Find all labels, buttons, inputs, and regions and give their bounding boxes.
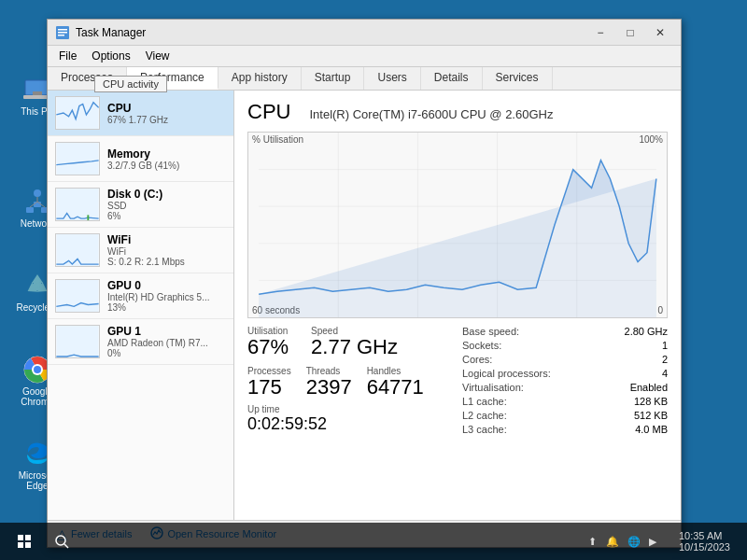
maximize-button[interactable]: □ (617, 23, 643, 42)
memory-mini-graph (55, 142, 100, 175)
gpu0-name: GPU 0 (107, 279, 226, 292)
memory-sub: 3.2/7.9 GB (41%) (107, 161, 226, 171)
tab-apphistory[interactable]: App history (218, 67, 302, 90)
info-virtualisation: Virtualisation: Enabled (462, 382, 668, 393)
tab-performance[interactable]: Performance (127, 67, 218, 90)
gpu0-sub1: Intel(R) HD Graphics 5... (107, 292, 226, 302)
tab-details[interactable]: Details (421, 67, 483, 90)
menu-view[interactable]: View (138, 48, 177, 64)
taskbar-systray[interactable]: ⬆ 🔔 🌐 ▶ (579, 532, 666, 552)
l2-val: 512 KB (634, 410, 668, 421)
minimize-button[interactable]: − (587, 23, 613, 42)
disk-sub1: SSD (107, 201, 226, 211)
processes-block: Processes 175 (247, 366, 291, 399)
gpu1-sub2: 0% (107, 348, 226, 358)
right-header: CPU Intel(R) Core(TM) i7-6600U CPU @ 2.6… (247, 100, 668, 124)
gpu1-device-info: GPU 1 AMD Radeon (TM) R7... 0% (107, 325, 226, 358)
cpu-name: CPU (107, 102, 226, 115)
taskbar-start[interactable] (7, 530, 41, 553)
gpu1-mini-graph (55, 325, 100, 358)
menu-bar: File Options View (48, 46, 681, 67)
svg-rect-15 (58, 32, 67, 34)
device-item-gpu0[interactable]: GPU 0 Intel(R) HD Graphics 5... 13% (48, 273, 233, 319)
threads-block: Threads 2397 (306, 366, 352, 399)
base-speed-val: 2.80 GHz (625, 326, 668, 337)
cpu-graph-svg (248, 133, 667, 317)
uptime-label: Up time (247, 404, 462, 414)
menu-file[interactable]: File (51, 48, 84, 64)
cpu-main-title: CPU (247, 100, 290, 124)
device-item-wifi[interactable]: WiFi WiFi S: 0.2 R: 2.1 Mbps (48, 228, 233, 273)
wifi-name: WiFi (107, 233, 226, 246)
close-button[interactable]: ✕ (647, 23, 673, 42)
gpu0-device-info: GPU 0 Intel(R) HD Graphics 5... 13% (107, 279, 226, 313)
content-area: CPU 67% 1.77 GHz CPU activity (48, 91, 681, 520)
svg-line-39 (64, 544, 68, 548)
gpu0-mini-graph (55, 279, 100, 313)
tab-startup[interactable]: Startup (302, 67, 365, 90)
left-stats-col: Utilisation 67% Speed 2.77 GHz Processes (247, 326, 462, 438)
utilisation-speed-row: Utilisation 67% Speed 2.77 GHz (247, 326, 462, 358)
processes-row: Processes 175 Threads 2397 Handles 64771 (247, 366, 462, 399)
threads-value: 2397 (306, 376, 352, 399)
cpu-sub1: 67% 1.77 GHz (107, 115, 226, 125)
svg-rect-35 (25, 535, 31, 540)
menu-options[interactable]: Options (84, 48, 137, 64)
disk-mini-graph (55, 188, 100, 221)
gpu0-sub2: 13% (107, 302, 226, 313)
cores-val: 2 (662, 354, 668, 365)
speed-block: Speed 2.77 GHz (311, 326, 398, 358)
svg-point-12 (34, 366, 41, 373)
tab-services[interactable]: Services (483, 67, 553, 90)
l1-key: L1 cache: (462, 396, 507, 407)
uptime-value: 0:02:59:52 (247, 414, 462, 434)
taskbar-search[interactable] (45, 530, 78, 553)
svg-rect-14 (58, 29, 67, 31)
sockets-val: 1 (662, 340, 668, 351)
tab-users[interactable]: Users (364, 67, 420, 90)
info-sockets: Sockets: 1 (462, 340, 668, 351)
cpu-graph: % Utilisation 100% 0 60 seconds (247, 132, 668, 318)
handles-block: Handles 64771 (367, 366, 424, 399)
cores-key: Cores: (462, 354, 492, 365)
svg-rect-3 (34, 202, 41, 207)
info-l3: L3 cache: 4.0 MB (462, 424, 668, 435)
wifi-device-info: WiFi WiFi S: 0.2 R: 2.1 Mbps (107, 233, 226, 267)
info-l1: L1 cache: 128 KB (462, 396, 668, 407)
svg-rect-22 (56, 280, 98, 312)
info-base-speed: Base speed: 2.80 GHz (462, 326, 668, 337)
svg-rect-21 (56, 234, 98, 266)
tab-processes[interactable]: Processes (48, 67, 127, 90)
device-item-cpu[interactable]: CPU 67% 1.77 GHz (48, 91, 233, 136)
window-title: Task Manager (76, 26, 587, 39)
logical-val: 4 (662, 368, 668, 379)
svg-rect-4 (26, 207, 34, 213)
svg-rect-2 (33, 91, 42, 95)
l1-val: 128 KB (634, 396, 668, 407)
right-panel: CPU Intel(R) Core(TM) i7-6600U CPU @ 2.6… (234, 91, 681, 520)
cpu-device-info: CPU 67% 1.77 GHz (107, 102, 226, 125)
disk-sub2: 6% (107, 211, 226, 221)
svg-rect-23 (56, 326, 98, 357)
virtualisation-val: Enabled (630, 382, 668, 393)
device-item-memory[interactable]: Memory 3.2/7.9 GB (41%) (48, 136, 233, 182)
logical-key: Logical processors: (462, 368, 551, 379)
device-item-disk[interactable]: Disk 0 (C:) SSD 6% (48, 182, 233, 228)
stats-section: Utilisation 67% Speed 2.77 GHz Processes (247, 326, 668, 438)
svg-point-38 (56, 536, 65, 545)
virtualisation-key: Virtualisation: (462, 382, 524, 393)
handles-value: 64771 (367, 376, 424, 399)
svg-point-8 (34, 189, 41, 197)
svg-rect-19 (56, 189, 98, 220)
info-logical: Logical processors: 4 (462, 368, 668, 379)
svg-rect-16 (58, 35, 64, 36)
utilisation-value: 67% (247, 336, 289, 358)
uptime-block: Up time 0:02:59:52 (247, 404, 462, 434)
title-bar: Task Manager − □ ✕ (48, 20, 681, 46)
disk-device-info: Disk 0 (C:) SSD 6% (107, 188, 226, 221)
l3-val: 4.0 MB (635, 424, 668, 435)
memory-device-info: Memory 3.2/7.9 GB (41%) (107, 147, 226, 171)
taskbar: ⬆ 🔔 🌐 ▶ 10:35 AM10/15/2023 (0, 523, 747, 560)
device-item-gpu1[interactable]: GPU 1 AMD Radeon (TM) R7... 0% (48, 319, 233, 365)
left-panel: CPU 67% 1.77 GHz CPU activity (48, 91, 234, 520)
